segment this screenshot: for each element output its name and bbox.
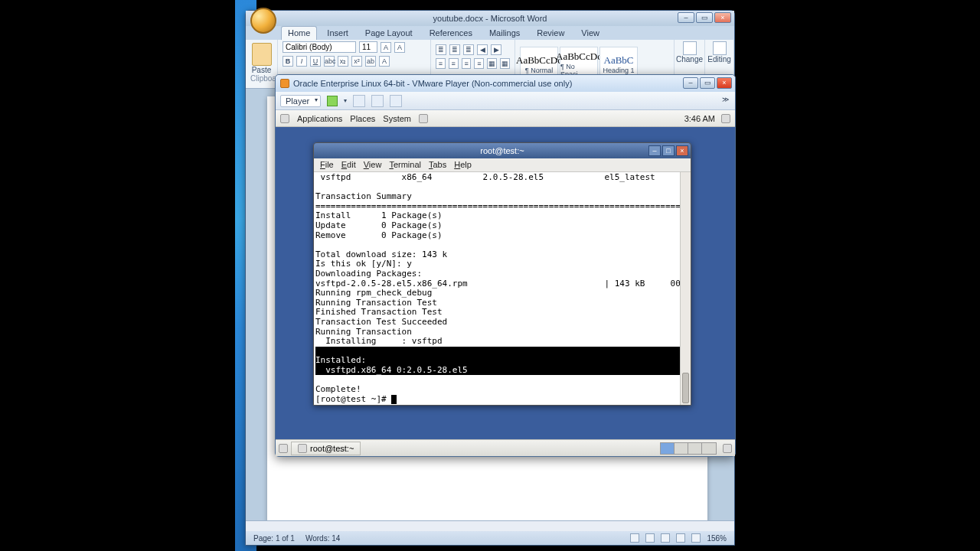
- highlight-button[interactable]: ab: [365, 56, 376, 67]
- tab-insert[interactable]: Insert: [320, 26, 355, 40]
- send-ctrlaltdel-icon[interactable]: [353, 95, 365, 107]
- menu-terminal[interactable]: Terminal: [389, 160, 421, 170]
- maximize-button[interactable]: ▭: [700, 77, 715, 89]
- subscript-button[interactable]: x₂: [338, 56, 348, 67]
- increase-indent-button[interactable]: ▶: [491, 44, 501, 55]
- status-words[interactable]: Words: 14: [305, 534, 340, 543]
- clock[interactable]: 3:46 AM: [684, 114, 715, 123]
- menu-file[interactable]: File: [320, 160, 334, 170]
- underline-button[interactable]: U: [310, 56, 321, 67]
- cursor-icon: [391, 395, 397, 404]
- tab-pagelayout[interactable]: Page Layout: [358, 26, 420, 40]
- change-styles-icon[interactable]: [683, 41, 697, 55]
- numbering-button[interactable]: ≣: [449, 44, 460, 55]
- paste-label: Paste: [250, 66, 273, 74]
- italic-button[interactable]: I: [296, 56, 307, 67]
- tab-view[interactable]: View: [574, 26, 606, 40]
- tab-mailings[interactable]: Mailings: [482, 26, 527, 40]
- minimize-button[interactable]: –: [683, 77, 698, 89]
- close-button[interactable]: ×: [676, 145, 688, 156]
- close-button[interactable]: ×: [717, 77, 732, 89]
- close-button[interactable]: ×: [714, 12, 731, 23]
- terminal-line: Downloading Packages:: [315, 269, 422, 279]
- align-center-button[interactable]: ≡: [449, 58, 459, 69]
- view-outline-button[interactable]: [676, 533, 685, 543]
- workspace-3[interactable]: [688, 443, 702, 454]
- terminal-line: vsftpd x86_64 2.0.5-28.el5 el5_latest 14…: [315, 172, 691, 182]
- terminal-titlebar[interactable]: root@test:~ – □ ×: [314, 143, 691, 158]
- tab-home[interactable]: Home: [281, 26, 317, 40]
- view-fullscreen-button[interactable]: [645, 533, 655, 543]
- office-orb-button[interactable]: [250, 8, 276, 34]
- view-draft-button[interactable]: [691, 533, 701, 543]
- minimize-button[interactable]: –: [648, 145, 661, 156]
- unity-icon[interactable]: [390, 95, 402, 107]
- view-printlayout-button[interactable]: [630, 533, 639, 543]
- zoom-level[interactable]: 156%: [707, 534, 727, 543]
- maximize-button[interactable]: ▭: [696, 12, 713, 23]
- shading-button[interactable]: ▦: [487, 58, 497, 69]
- tab-review[interactable]: Review: [530, 26, 571, 40]
- terminal-line: Transaction Test Succeeded: [315, 317, 447, 327]
- word-horizontal-scrollbar[interactable]: [246, 520, 734, 531]
- player-menu[interactable]: Player: [280, 95, 321, 107]
- font-size-select[interactable]: 11: [359, 41, 377, 53]
- bullets-button[interactable]: ≣: [436, 44, 446, 55]
- guest-desktop[interactable]: Applications Places System 3:46 AM root@…: [276, 110, 735, 456]
- grow-font-icon[interactable]: A: [381, 42, 391, 53]
- terminal-line: Install 1 Package(s): [315, 210, 443, 220]
- gnome-foot-icon[interactable]: [280, 114, 289, 123]
- view-web-button[interactable]: [661, 533, 670, 543]
- terminal-line: Finished Transaction Test: [315, 307, 443, 317]
- workspace-1[interactable]: [661, 443, 675, 454]
- vmware-toolbar: Player ▾ ≫: [276, 92, 735, 110]
- collapse-toolbar-icon[interactable]: ≫: [720, 96, 730, 106]
- vmware-titlebar[interactable]: Oracle Enterprise Linux 64-bit - VMware …: [276, 75, 735, 92]
- justify-button[interactable]: ≡: [474, 58, 484, 69]
- borders-button[interactable]: ▦: [500, 58, 510, 69]
- superscript-button[interactable]: x²: [351, 56, 362, 67]
- editing-icon[interactable]: [713, 41, 727, 55]
- align-left-button[interactable]: ≡: [436, 58, 446, 69]
- font-name-select[interactable]: Calibri (Body): [283, 41, 356, 53]
- clipboard-group-label: Clipboard: [250, 74, 273, 83]
- show-desktop-icon[interactable]: [279, 444, 288, 453]
- trash-icon[interactable]: [723, 444, 732, 453]
- decrease-indent-button[interactable]: ◀: [477, 44, 488, 55]
- terminal-line: Is this ok [y/N]: y: [315, 259, 412, 269]
- fullscreen-icon[interactable]: [371, 95, 384, 107]
- paste-icon[interactable]: [252, 43, 272, 66]
- vmware-title-text: Oracle Enterprise Linux 64-bit - VMware …: [293, 79, 572, 88]
- terminal-line: vsftpd.x86_64 0:2.0.5-28.el5: [315, 365, 468, 375]
- menu-system[interactable]: System: [383, 114, 411, 123]
- strike-button[interactable]: abc: [324, 56, 335, 67]
- menu-edit[interactable]: Edit: [341, 160, 356, 170]
- workspace-2[interactable]: [675, 443, 688, 454]
- bold-button[interactable]: B: [283, 56, 293, 67]
- volume-icon[interactable]: [721, 114, 730, 123]
- tab-references[interactable]: References: [423, 26, 479, 40]
- menu-applications[interactable]: Applications: [297, 114, 342, 123]
- workspace-4[interactable]: [702, 443, 716, 454]
- scrollbar-thumb[interactable]: [682, 373, 689, 403]
- taskbar-item-terminal[interactable]: root@test:~: [291, 442, 361, 455]
- menu-help[interactable]: Help: [454, 160, 472, 170]
- power-button[interactable]: [327, 96, 338, 106]
- font-color-button[interactable]: A: [379, 56, 390, 67]
- terminal-title-text: root@test:~: [480, 146, 524, 155]
- terminal-output[interactable]: vsftpd x86_64 2.0.5-28.el5 el5_latest 14…: [314, 172, 691, 405]
- browser-launcher-icon[interactable]: [419, 114, 428, 123]
- minimize-button[interactable]: –: [678, 12, 694, 23]
- multilevel-button[interactable]: ≣: [463, 44, 474, 55]
- word-titlebar[interactable]: youtube.docx - Microsoft Word – ▭ ×: [246, 11, 734, 26]
- ribbon-tabs: Home Insert Page Layout References Maili…: [246, 26, 734, 40]
- align-right-button[interactable]: ≡: [462, 58, 472, 69]
- maximize-button[interactable]: □: [662, 145, 675, 156]
- shrink-font-icon[interactable]: A: [394, 42, 405, 53]
- workspace-switcher[interactable]: [660, 442, 717, 455]
- terminal-scrollbar[interactable]: [680, 172, 691, 405]
- menu-tabs[interactable]: Tabs: [429, 160, 446, 170]
- menu-view[interactable]: View: [364, 160, 382, 170]
- menu-places[interactable]: Places: [350, 114, 375, 123]
- status-page[interactable]: Page: 1 of 1: [253, 534, 295, 543]
